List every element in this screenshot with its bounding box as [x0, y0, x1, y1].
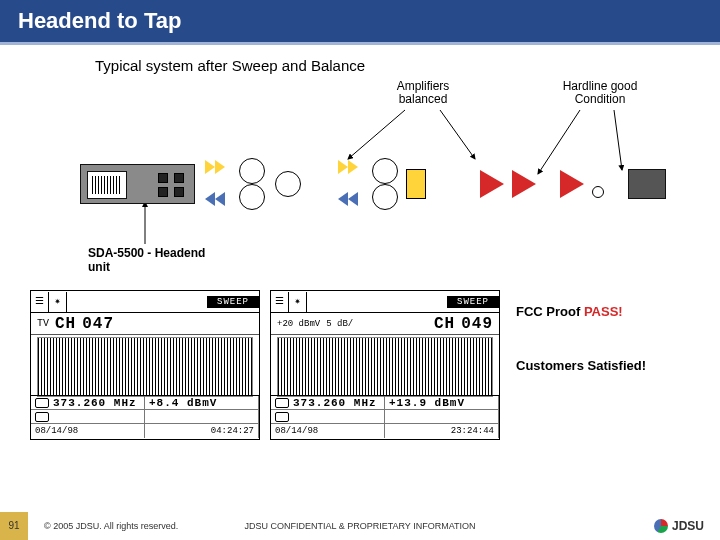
knob-icon [174, 187, 184, 197]
copyright: © 2005 JDSU. All rights reserved. [44, 521, 178, 531]
customers-text: Customers Satisfied! [516, 358, 646, 373]
knob-icon [174, 173, 184, 183]
star-icon: ✷ [289, 292, 307, 312]
callout-hardline: Hardline good Condition [550, 80, 650, 106]
combiner-icon [372, 184, 398, 210]
amp-stage-2 [338, 156, 458, 212]
freq-value: 373.260 MHz [53, 397, 137, 409]
ref-label: +20 dBmV [277, 319, 320, 329]
sweep-title: SWEEP [447, 296, 499, 308]
unit-screen-icon [87, 171, 127, 199]
jdsu-logo: JDSU [654, 519, 704, 533]
time-value: 23:24:44 [385, 424, 499, 438]
wave-icon [275, 412, 289, 422]
pass-text: PASS! [584, 304, 623, 319]
knob-icon [158, 173, 168, 183]
footer: 91 © 2005 JDSU. All rights reserved. JDS… [0, 512, 720, 540]
page-number: 91 [0, 512, 28, 540]
combiner-icon [372, 158, 398, 184]
sweep-graph [277, 337, 493, 397]
hardline-amp-icon [512, 170, 536, 198]
reverse-amp-icon [205, 192, 225, 206]
svg-line-1 [440, 110, 475, 159]
forward-amp-icon [205, 160, 225, 174]
scale-label: 5 dB/ [326, 319, 353, 329]
callout-amplifiers: Amplifiers balanced [378, 80, 468, 106]
ch-label: CH [55, 315, 76, 333]
time-value: 04:24:27 [145, 424, 259, 438]
ch-number: 049 [461, 315, 493, 333]
combiner-icon [275, 171, 301, 197]
menu-icon: ☰ [271, 292, 289, 312]
freq-value: 373.260 MHz [293, 397, 377, 409]
slide-title: Headend to Tap [0, 0, 720, 45]
hardline-amp-icon [560, 170, 584, 198]
logo-text: JDSU [672, 519, 704, 533]
reverse-amp-icon [338, 192, 358, 206]
sweep-screen-left: ☰ ✷ SWEEP TV CH 047 373.260 MHz +8.4 dBm… [30, 290, 260, 440]
unit-label: TV [37, 318, 49, 329]
wave-icon [35, 412, 49, 422]
combiner-icon [239, 184, 265, 210]
forward-amp-icon [338, 160, 358, 174]
sweep-graph [37, 337, 253, 397]
tap-icon [628, 169, 666, 199]
wave-icon [35, 398, 49, 408]
star-icon: ✷ [49, 292, 67, 312]
ch-label: CH [434, 315, 455, 333]
port-icon [592, 186, 604, 198]
amp-stage-1 [205, 156, 325, 212]
date-value: 08/14/98 [31, 424, 145, 438]
combiner-icon [239, 158, 265, 184]
level-value: +8.4 dBmV [149, 397, 217, 409]
sweep-screen-right: ☰ ✷ SWEEP +20 dBmV 5 dB/ CH 049 373.260 … [270, 290, 500, 440]
svg-line-0 [348, 110, 405, 159]
headend-unit-icon [80, 164, 195, 204]
fcc-proof-text: FCC Proof PASS! [516, 304, 623, 319]
sweep-screens: ☰ ✷ SWEEP TV CH 047 373.260 MHz +8.4 dBm… [30, 290, 500, 440]
logo-mark-icon [654, 519, 668, 533]
ch-number: 047 [82, 315, 114, 333]
hardline-amp-icon [480, 170, 504, 198]
confidential-text: JDSU CONFIDENTIAL & PROPRIETARY INFORMAT… [244, 521, 475, 531]
wave-icon [275, 398, 289, 408]
sda-label: SDA-5500 - Headend unit [88, 246, 228, 274]
sweep-title: SWEEP [207, 296, 259, 308]
equalizer-icon [406, 169, 426, 199]
menu-icon: ☰ [31, 292, 49, 312]
knob-icon [158, 187, 168, 197]
subtitle: Typical system after Sweep and Balance [95, 57, 720, 74]
level-value: +13.9 dBmV [389, 397, 465, 409]
signal-chain [80, 156, 690, 212]
date-value: 08/14/98 [271, 424, 385, 438]
